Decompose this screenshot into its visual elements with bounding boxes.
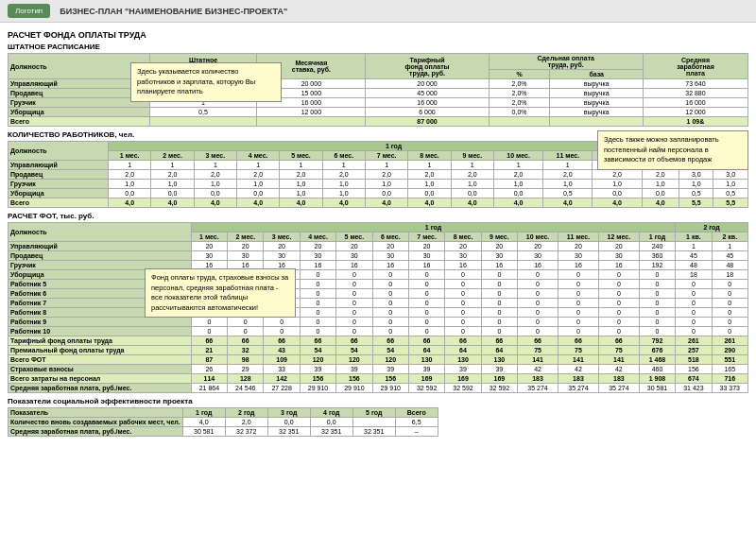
table-row: Уборщица0,512 0006 0000,0%выручка12 000	[9, 108, 748, 117]
premium-row: Премиальный фонд оплаты труда21324354545…	[9, 346, 748, 355]
fot-year1: 1 год	[191, 223, 676, 233]
avg-sal-row: Средняя заработная плата, руб./мес.21 86…	[9, 384, 748, 393]
total-row: Всего4,04,04,04,04,04,04,04,04,04,04,04,…	[9, 198, 748, 208]
table-row: Работник 9000000000000000	[9, 318, 748, 327]
staffing-subtitle: ШТАТНОЕ РАСПИСАНИЕ	[8, 43, 748, 51]
table-row: Управляющий120 00020 0002,0%выручка73 64…	[9, 79, 748, 89]
total-fot-row: Всего ФОТ8798109120120120130130130141141…	[9, 355, 748, 365]
col-header-base: база	[550, 70, 643, 79]
col-header-indicator: Показатель	[9, 408, 183, 418]
tooltip3: Фонд оплаты труда, страховые взносы за п…	[145, 268, 296, 318]
col-header-percent: %	[489, 70, 550, 79]
tooltip1: Здесь указывается количество работников …	[130, 62, 282, 102]
table-row: Грузчик1616161616161616161616161924848	[9, 261, 748, 270]
perf-subtitle: Показатели социальной эффективности прое…	[8, 397, 748, 405]
table-row: Средняя заработная плата, руб./мес.30 58…	[9, 427, 438, 437]
table-row: Работник 7000000000000000	[9, 299, 748, 308]
table-row: Работник 8000000000000000	[9, 308, 748, 318]
col-header-avgsal: Средняязаработнаяплата	[643, 54, 747, 79]
staffing-table: Должность Штатноеколичествоработников Ме…	[8, 53, 748, 127]
logo-button[interactable]: Логотип	[8, 4, 50, 18]
tooltip2: Здесь также можно запланировать постепен…	[597, 130, 748, 170]
table-row: Работник 5000000000000000	[9, 280, 748, 289]
header: Логотип БИЗНЕС-ПЛАН "НАИМЕНОВАНИЕ БИЗНЕС…	[0, 0, 756, 23]
header-title: БИЗНЕС-ПЛАН "НАИМЕНОВАНИЕ БИЗНЕС-ПРОЕКТА…	[60, 7, 287, 16]
table-row: Работник 6000000000000000	[9, 289, 748, 299]
col-header-year1: 1 год	[109, 142, 679, 151]
section-title-main: РАСЧЕТ ФОНДА ОПЛАТЫ ТРУДА	[8, 30, 748, 40]
col-header-pos2: Должность	[9, 142, 109, 161]
table-row: Управляющий20202020202020202020202024011	[9, 242, 748, 251]
fot-year2: 2 год	[676, 223, 748, 233]
tarif-row: Тарифный фонд оплаты труда66666666666666…	[9, 336, 748, 346]
col-header-tarifot: Тарифныйфонд оплатытруда, руб.	[366, 54, 489, 79]
table-row: Продавец2,02,02,02,02,02,02,02,02,02,02,…	[9, 170, 748, 180]
staffing-section: ШТАТНОЕ РАСПИСАНИЕ Должность Штатноеколи…	[8, 43, 748, 127]
table-row: Грузчик1,01,01,01,01,01,01,01,01,01,01,0…	[9, 180, 748, 189]
table-row: Уборщица00000000000001818	[9, 270, 748, 280]
table-row: Продавец3030303030303030303030303604545	[9, 251, 748, 261]
table-row: Продавец315 00045 0002,0%выручка32 880	[9, 89, 748, 98]
col-header-position: Должность	[9, 54, 150, 79]
fot-section: РАСЧЕТ ФОТ, тыс. руб. Должность 1 год 2 …	[8, 212, 748, 393]
perf-section: Показатели социальной эффективности прое…	[8, 397, 748, 437]
total-personnel-row: Всего затраты на персонал114128142156156…	[9, 374, 748, 384]
table-row: Грузчик116 00016 0002,0%выручка16 000	[9, 98, 748, 108]
workers-section: КОЛИЧЕСТВО РАБОТНИКОВ, чел. Должность 1 …	[8, 130, 748, 208]
fot-table: Должность 1 год 2 год 1 мес.2 мес.3 мес.…	[8, 222, 748, 393]
insurance-row: Страховые взносы262933393939393939424242…	[9, 365, 748, 374]
total-row: Всего87 0001 09&	[9, 117, 748, 127]
perf-table: Показатель 1 год 2 год 3 год 4 год 5 год…	[8, 407, 438, 437]
table-row: Уборщица0,00,00,00,01,01,00,00,00,00,00,…	[9, 189, 748, 198]
table-row: Работник 10000000000000000	[9, 327, 748, 336]
table-row: Количество вновь создаваемых рабочих мес…	[9, 418, 438, 427]
col-header-piecework: Сдельная оплататруда, руб.	[489, 54, 643, 70]
fot-subtitle: РАСЧЕТ ФОТ, тыс. руб.	[8, 212, 748, 220]
col-header-pos3: Должность	[9, 223, 192, 242]
